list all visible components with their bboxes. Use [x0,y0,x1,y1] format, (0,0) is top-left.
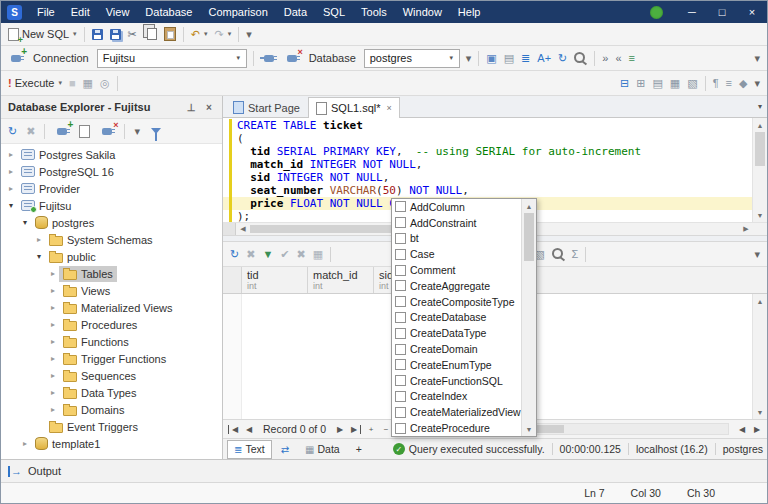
to-uppercase-button[interactable]: A+ [534,49,554,68]
grid-vertical-scrollbar[interactable]: ▲ ▼ [752,294,767,419]
menu-comparison[interactable]: Comparison [200,1,275,23]
fetch-all-button[interactable]: ▼ [259,245,276,264]
grid-options-button[interactable]: ▾ [751,245,763,264]
tab-sql1[interactable]: SQL1.sql*× [308,97,400,118]
word-wrap-button[interactable]: ¶ [710,74,722,93]
commit-button[interactable]: ✔ [277,245,292,264]
connect-button[interactable] [258,49,280,68]
menu-database[interactable]: Database [137,1,200,23]
save-all-button[interactable] [107,25,124,44]
tree-item-postgres-sakila[interactable]: ▸Postgres Sakila [1,146,222,163]
checkbox-icon[interactable] [395,280,406,291]
tree-item-tables[interactable]: ▸Tables [1,265,222,282]
checkbox-icon[interactable] [395,328,406,339]
swap-views[interactable]: ⇄ [274,440,296,459]
autocomplete-item[interactable]: CreateDomain [392,341,521,357]
checkbox-icon[interactable] [395,233,406,244]
database-combo-dropdown-icon[interactable]: ▾ [444,54,459,62]
redo-button[interactable]: ↷▾ [212,25,235,44]
tree-item-provider[interactable]: ▸Provider [1,180,222,197]
autocomplete-item[interactable]: CreateDatabase [392,310,521,326]
tree-item-postgres[interactable]: ▾postgres [1,214,222,231]
aggregates-button[interactable]: Σ [569,245,582,264]
scrollbar-track[interactable] [753,166,767,208]
document-outline-button[interactable]: ▣ [483,49,499,68]
tree-expand-icon[interactable]: ▸ [47,286,59,295]
scroll-up-icon[interactable]: ▲ [753,294,767,308]
explain-plan-button[interactable]: ▦ [80,74,96,93]
save-button[interactable] [89,25,106,44]
tree-item-system-schemas[interactable]: ▸System Schemas [1,231,222,248]
tree-item-functions[interactable]: ▸Functions [1,333,222,350]
stop-execution-button[interactable]: ■ [66,74,79,93]
outline-mode-button[interactable]: ≡ [723,74,735,93]
autocomplete-item[interactable]: AddColumn [392,199,521,215]
cut-button[interactable]: ✂ [125,25,140,44]
explorer-close-icon[interactable]: × [200,102,218,113]
tab-list-dropdown-icon[interactable]: ▾ [758,102,762,111]
tree-item-sequences[interactable]: ▸Sequences [1,367,222,384]
menu-edit[interactable]: Edit [63,1,98,23]
checkbox-icon[interactable] [395,344,406,355]
minimize-button[interactable]: ─ [677,1,707,23]
tree-collapse-icon[interactable]: ▾ [19,218,31,227]
stop-grid-button[interactable]: ✖ [243,245,258,264]
tree-item-event-triggers[interactable]: Event Triggers [1,418,222,435]
disconnect-button[interactable] [281,49,303,68]
tree-expand-icon[interactable]: ▸ [47,388,59,397]
tree-item-materialized-views[interactable]: ▸Materialized Views [1,299,222,316]
scroll-down-icon[interactable]: ▼ [753,208,767,222]
transaction-mode-button[interactable]: ▦ [310,245,326,264]
new-sql-document-button[interactable] [76,122,93,141]
scrollbar-thumb[interactable] [524,213,534,261]
checkbox-icon[interactable] [395,391,406,402]
menu-file[interactable]: File [29,1,63,23]
tree-item-procedures[interactable]: ▸Procedures [1,316,222,333]
show-grid-results-button[interactable]: ▦ [667,74,683,93]
tree-expand-icon[interactable]: ▸ [5,167,17,176]
checkbox-icon[interactable] [395,249,406,260]
tree-expand-icon[interactable]: ▸ [47,337,59,346]
filter-button[interactable] [146,122,166,141]
format-sql-button[interactable]: ≣ [518,49,533,68]
recent-databases-button[interactable]: ▾ [463,49,475,68]
refresh-button[interactable]: ↻ [5,122,20,141]
new-sql-button[interactable]: New SQL▾ [5,25,80,44]
menu-data[interactable]: Data [276,1,315,23]
tree-item-data-types[interactable]: ▸Data Types [1,384,222,401]
splitter-grip[interactable] [223,223,236,235]
new-connection-button[interactable] [5,49,27,68]
refresh-grid-button[interactable]: ↻ [227,245,242,264]
autocomplete-item[interactable]: Comment [392,262,521,278]
rollback-button[interactable]: ✖ [294,245,309,264]
scroll-left-icon[interactable]: ◀ [236,223,250,235]
insert-record-button[interactable]: + [364,425,378,434]
checkbox-icon[interactable] [395,217,406,228]
scrollbar-track[interactable] [522,261,536,422]
menu-help[interactable]: Help [450,1,489,23]
tree-expand-icon[interactable]: ▸ [47,405,59,414]
close-button[interactable]: × [737,1,767,23]
output-panel-bar[interactable]: → Output [1,459,767,482]
autocomplete-item[interactable]: CreateMaterializedView [392,404,521,420]
new-connection-2-button[interactable] [51,122,73,141]
explorer-options-button[interactable]: ▾ [131,122,143,141]
autocomplete-scrollbar[interactable]: ▲ ▼ [521,199,536,436]
tree-item-fujitsu[interactable]: ▾Fujitsu [1,197,222,214]
tree-collapse-icon[interactable]: ▾ [33,252,45,261]
menu-window[interactable]: Window [395,1,450,23]
autocomplete-item[interactable]: Case [392,246,521,262]
autocomplete-item[interactable]: CreateFunctionSQL [392,373,521,389]
results-layout-bottom-button[interactable]: ⊟ [617,74,632,93]
toolbar-options-3-button[interactable]: ▾ [751,74,763,93]
editor-vertical-scrollbar[interactable]: ▲ ▼ [752,118,767,222]
connection-combo-dropdown-icon[interactable]: ▾ [231,54,246,62]
grid-column-header[interactable]: tidint [242,267,308,293]
tree-collapse-icon[interactable]: ▾ [5,201,17,210]
find-in-grid-button[interactable] [549,245,568,264]
checkbox-icon[interactable] [395,312,406,323]
database-combo[interactable]: postgres▾ [364,49,460,68]
scroll-up-icon[interactable]: ▲ [753,118,767,132]
undo-button[interactable]: ↶▾ [188,25,211,44]
scroll-left-icon[interactable]: ◀ [735,425,749,434]
